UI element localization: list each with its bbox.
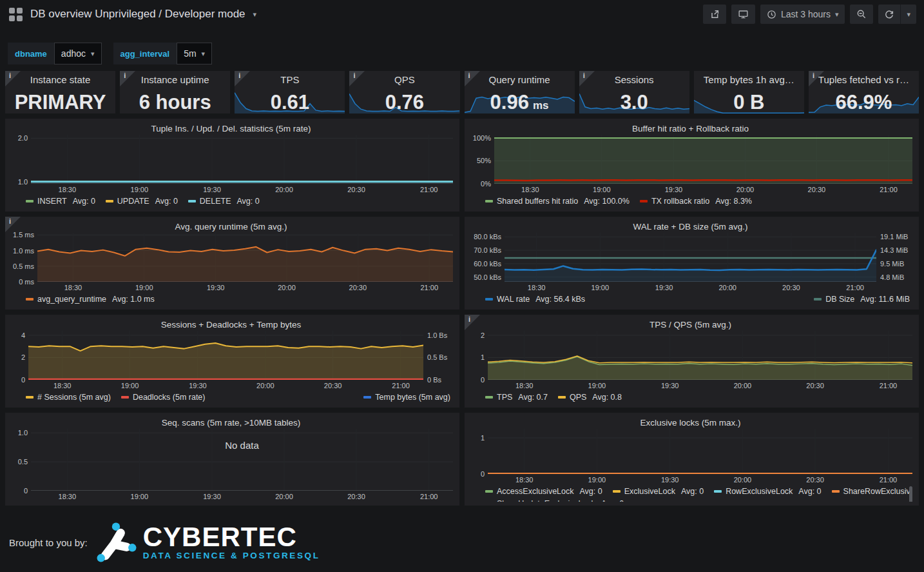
panel-info-icon[interactable]: i	[465, 315, 480, 330]
chart-title[interactable]: TPS / QPS (5m avg.)	[468, 317, 912, 331]
panel-info-icon[interactable]: i	[5, 217, 21, 232]
y-axis-left: 420	[9, 331, 28, 380]
legend-swatch	[485, 396, 493, 399]
legend-item-qps[interactable]: QPSAvg: 0.8	[558, 393, 622, 402]
legend-swatch	[363, 396, 371, 399]
cybertec-logo-subtitle: DATA SCIENCE & POSTGRESQL	[143, 551, 320, 560]
stat-panel-instance-uptime: iInstance uptime6 hours	[120, 71, 230, 113]
time-range-picker[interactable]: Last 3 hours ▾	[760, 5, 845, 24]
legend-swatch	[814, 298, 822, 301]
y-axis-left: 10	[468, 429, 488, 474]
chart-title[interactable]: Tuple Ins. / Upd. / Del. statistics (5m …	[9, 121, 453, 135]
legend: INSERTAvg: 0UPDATEAvg: 0DELETEAvg: 0	[9, 195, 453, 208]
chart-title[interactable]: WAL rate + DB size (5m avg.)	[468, 219, 912, 233]
variable-agg-interval-value[interactable]: 5m ▾	[177, 43, 212, 64]
refresh-icon	[884, 9, 894, 19]
legend-swatch	[832, 490, 840, 493]
legend: TPSAvg: 0.7QPSAvg: 0.8	[468, 391, 912, 404]
legend-item-sessions-5m-avg[interactable]: # Sessions (5m avg)	[26, 393, 111, 402]
chart-title[interactable]: Exclusive locks (5m max.)	[468, 415, 912, 429]
x-axis: 18:3019:0019:3020:0020:3021:00	[494, 184, 912, 195]
legend-item-avg-query-runtime[interactable]: avg_query_runtimeAvg: 1.0 ms	[26, 295, 155, 304]
dashboard-title[interactable]: DB overview Unprivileged / Developer mod…	[30, 8, 245, 21]
legend-item-tps[interactable]: TPSAvg: 0.7	[485, 393, 548, 402]
legend-item-accessexclusivelock[interactable]: AccessExclusiveLockAvg: 0	[485, 487, 602, 496]
title-caret-icon[interactable]: ▾	[253, 10, 257, 19]
stat-panel-tuples-fetched-vs-r: iTuples fetched vs r…66.9%	[809, 71, 919, 113]
chart-plot[interactable]	[37, 233, 453, 282]
chart-plot[interactable]: No data	[31, 429, 453, 491]
y-axis-left: 1.00.50	[9, 429, 31, 491]
panel-info-icon[interactable]: i	[809, 71, 824, 86]
zoom-out-icon	[856, 9, 867, 19]
zoom-out-button[interactable]	[850, 5, 873, 24]
variable-dbname-caret-icon: ▾	[91, 50, 95, 58]
stat-title: QPS	[349, 74, 459, 85]
chart-title[interactable]: Sessions + Deadlocks + Temp bytes	[9, 317, 453, 331]
refresh-button[interactable]	[878, 5, 900, 24]
y-axis-left: 80.0 kBs70.0 kBs60.0 kBs50.0 kBs	[468, 233, 505, 282]
legend-item-insert[interactable]: INSERTAvg: 0	[26, 197, 95, 206]
panel-info-icon[interactable]: i	[349, 71, 365, 86]
stat-title: Sessions	[579, 74, 689, 85]
chart-plot[interactable]	[488, 429, 912, 474]
chart-plot[interactable]	[494, 135, 912, 184]
chart-plot[interactable]	[488, 331, 912, 380]
refresh-button-group: ▾	[878, 5, 916, 24]
chart-panel-buffer-hit-ratio: Buffer hit ratio + Rollback ratio100%50%…	[465, 119, 919, 212]
cybertec-logo: CYBERTEC DATA SCIENCE & POSTGRESQL	[97, 522, 320, 562]
panel-info-icon[interactable]: i	[465, 71, 480, 86]
y-axis-left: 100%50%0%	[468, 135, 494, 184]
legend-item-sharerowexclusivelock[interactable]: ShareRowExclusiveLockAvg: 0	[832, 487, 912, 496]
panel-info-icon[interactable]: i	[579, 71, 595, 86]
legend-swatch	[485, 298, 493, 301]
chart-title[interactable]: Seq. scans (5m rate, >10MB tables)	[9, 415, 453, 429]
legend-swatch	[26, 298, 34, 301]
no-data-text: No data	[225, 440, 259, 451]
time-range-label: Last 3 hours	[781, 9, 831, 19]
stat-title: Temp bytes 1h avg…	[694, 74, 804, 85]
legend-item-temp-bytes-5m-avg[interactable]: Temp bytes (5m avg)	[363, 393, 450, 402]
legend-item-rowexclusivelock[interactable]: RowExclusiveLockAvg: 0	[714, 487, 821, 496]
legend-item-wal-rate[interactable]: WAL rateAvg: 56.4 kBs	[485, 295, 585, 304]
grafana-menu-icon[interactable]	[9, 8, 23, 21]
legend-item-update[interactable]: UPDATEAvg: 0	[106, 197, 178, 206]
stat-panel-temp-bytes-1h-avg: Temp bytes 1h avg…0 B	[694, 71, 804, 113]
header: DB overview Unprivileged / Developer mod…	[0, 0, 924, 28]
dashboard: iInstance statePRIMARYiInstance uptime6 …	[0, 71, 924, 506]
tv-mode-button[interactable]	[731, 5, 755, 24]
chart-plot[interactable]	[31, 135, 453, 184]
chart-plot[interactable]	[28, 331, 423, 380]
panel-info-icon[interactable]: i	[235, 71, 250, 86]
legend-item-delete[interactable]: DELETEAvg: 0	[188, 197, 260, 206]
legend-item-tx-rollback-ratio[interactable]: TX rollback ratioAvg: 8.3%	[640, 197, 752, 206]
stat-panel-sessions: iSessions3.0	[579, 71, 689, 113]
panel-info-icon[interactable]: i	[5, 71, 21, 86]
stat-title: Query runtime	[465, 74, 575, 85]
stat-panel-qps: iQPS0.76	[349, 71, 459, 113]
stat-panel-tps: iTPS0.61	[235, 71, 345, 113]
legend-swatch	[613, 490, 621, 493]
legend-scrollbar[interactable]	[909, 486, 912, 502]
legend-item-shareupdateexclusivelock[interactable]: ShareUpdateExclusiveLockAvg: 0	[485, 499, 624, 502]
legend-item-deadlocks-5m-rate[interactable]: Deadlocks (5m rate)	[121, 393, 206, 402]
chart-plot[interactable]	[505, 233, 876, 282]
variable-dbname-value[interactable]: adhoc ▾	[54, 43, 102, 64]
panel-info-icon[interactable]: i	[120, 71, 135, 86]
stat-title: Instance state	[5, 74, 115, 85]
variable-dbname-label: dbname	[8, 43, 54, 64]
refresh-interval-caret[interactable]: ▾	[901, 5, 916, 24]
legend-item-shared-buffers-hit-ratio[interactable]: Shared buffers hit ratioAvg: 100.0%	[485, 197, 630, 206]
x-axis: 18:3019:0019:3020:0020:3021:00	[37, 282, 453, 293]
chart-title[interactable]: Avg. query runtime (5m avg.)	[9, 219, 453, 233]
legend: AccessExclusiveLockAvg: 0ExclusiveLockAv…	[468, 485, 912, 502]
chart-title[interactable]: Buffer hit ratio + Rollback ratio	[468, 121, 912, 135]
legend-item-exclusivelock[interactable]: ExclusiveLockAvg: 0	[613, 487, 704, 496]
legend-swatch	[485, 200, 493, 202]
share-button[interactable]	[703, 5, 726, 24]
legend-swatch	[714, 490, 722, 493]
y-axis-left: 210	[468, 331, 488, 380]
legend-item-db-size[interactable]: DB SizeAvg: 11.6 MiB	[814, 295, 910, 304]
brought-to-you-by-text: Brought to you by:	[9, 537, 88, 548]
cybertec-logo-text: CYBERTEC DATA SCIENCE & POSTGRESQL	[143, 524, 320, 561]
